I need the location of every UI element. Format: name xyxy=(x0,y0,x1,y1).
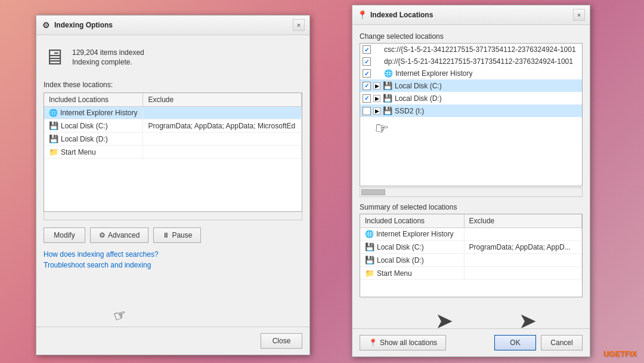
table-row[interactable]: 🌐 Internet Explorer History xyxy=(360,228,582,241)
table-cell-name: 🌐 Internet Explorer History xyxy=(44,107,143,119)
table-cell-exclude: ProgramData; AppData; AppData; Microsoft… xyxy=(143,119,302,133)
tree-item-text: dp://{S-1-5-21-3412217515-3717354112-237… xyxy=(384,57,573,66)
table-row[interactable]: 💾 Local Disk (D:) xyxy=(44,133,302,146)
col-included-header: Included Locations xyxy=(44,93,143,107)
table-horizontal-scrollbar[interactable] xyxy=(44,212,302,220)
summary-cell-exclude: ProgramData; AppData; AppD... xyxy=(464,241,581,254)
locations-tree[interactable]: ✓ csc://{S-1-5-21-3412217515-3717354112-… xyxy=(360,43,583,186)
items-indexed-count: 129,204 items indexed xyxy=(72,48,144,57)
tree-row[interactable]: ✓ 🌐 Internet Explorer History xyxy=(360,67,582,79)
watermark-prefix: U xyxy=(603,349,609,358)
indexed-title-bar: 📍 Indexed Locations × xyxy=(352,5,590,25)
links-area: How does indexing affect searches? Troub… xyxy=(44,250,302,269)
indexing-button-row: Modify ⚙ Advanced ⏸ Pause xyxy=(44,227,302,243)
indexed-locations-dialog: 📍 Indexed Locations × Change selected lo… xyxy=(352,5,590,357)
indexing-close-button[interactable]: × xyxy=(293,19,305,31)
table-cell-exclude xyxy=(143,107,302,119)
summary-cell-exclude xyxy=(464,267,581,280)
summary-table: Included Locations Exclude 🌐 Internet Ex… xyxy=(360,214,583,297)
indexed-dialog-footer: 📍 Show all locations OK Cancel xyxy=(352,328,590,356)
modify-button[interactable]: Modify xyxy=(44,227,85,243)
table-cell-exclude xyxy=(143,146,302,159)
pause-icon: ⏸ xyxy=(162,231,169,239)
summary-cell-exclude xyxy=(464,228,581,241)
watermark-suffix: FIX xyxy=(625,349,637,358)
show-all-icon: 📍 xyxy=(369,339,377,347)
pause-button[interactable]: ⏸ Pause xyxy=(153,227,201,243)
scrollbar-thumb[interactable] xyxy=(361,189,385,195)
tree-expand[interactable]: ▶ xyxy=(373,95,380,102)
watermark-colored: GET xyxy=(609,349,625,358)
tree-row[interactable]: ✓ ▶ 💾 Local Disk (D:) xyxy=(360,92,582,104)
how-does-link[interactable]: How does indexing affect searches? xyxy=(44,250,302,259)
col-exclude-header: Exclude xyxy=(143,93,302,107)
indexing-title-icon: ⚙ xyxy=(41,20,51,30)
summary-cell-name: 🌐 Internet Explorer History xyxy=(360,228,464,241)
indexing-dialog-body: 🖥 129,204 items indexed Indexing complet… xyxy=(36,35,309,276)
summary-col-exclude: Exclude xyxy=(464,214,581,228)
tree-checkbox[interactable] xyxy=(363,107,371,115)
cursor-hand-modify: ☞ xyxy=(112,306,129,325)
tree-item-text: Internet Explorer History xyxy=(395,69,472,78)
indexed-close-button[interactable]: × xyxy=(573,9,585,21)
advanced-button[interactable]: ⚙ Advanced xyxy=(90,227,148,243)
table-row[interactable]: 📁 Start Menu xyxy=(44,146,302,159)
indexed-title-text: Indexed Locations xyxy=(370,11,433,19)
tree-item-text: csc://{S-1-5-21-3412217515-3717354112-23… xyxy=(384,45,576,54)
table-row[interactable]: 💾 Local Disk (C:) ProgramData; AppData; … xyxy=(360,241,582,254)
summary-col-included: Included Locations xyxy=(360,214,464,228)
watermark: UGETFIX xyxy=(603,349,637,358)
tree-row[interactable]: ✓ csc://{S-1-5-21-3412217515-3717354112-… xyxy=(360,44,582,56)
table-row[interactable]: 💾 Local Disk (D:) xyxy=(360,254,582,267)
indexing-dialog-footer: Close xyxy=(36,327,309,355)
advanced-icon: ⚙ xyxy=(99,231,106,239)
tree-item-text: SSD2 (I:) xyxy=(395,107,424,115)
ok-button[interactable]: OK xyxy=(494,335,536,350)
index-section-label: Index these locations: xyxy=(44,81,302,89)
tree-item-text: Local Disk (C:) xyxy=(395,82,442,90)
tree-checkbox[interactable]: ✓ xyxy=(363,45,371,54)
indexing-title-text: Indexing Options xyxy=(54,21,113,29)
tree-checkbox[interactable]: ✓ xyxy=(363,82,371,90)
tree-checkbox[interactable]: ✓ xyxy=(363,94,371,103)
summary-cell-name: 📁 Start Menu xyxy=(360,267,464,280)
summary-cell-exclude xyxy=(464,254,581,267)
tree-row[interactable]: ✓ dp://{S-1-5-21-3412217515-3717354112-2… xyxy=(360,56,582,67)
indexed-title-icon: 📍 xyxy=(357,10,367,20)
summary-label: Summary of selected locations xyxy=(360,203,583,211)
tree-expand[interactable]: ▶ xyxy=(373,107,380,115)
indexing-status-text: Indexing complete. xyxy=(72,58,144,66)
indexed-dialog-body: Change selected locations ✓ csc://{S-1-5… xyxy=(352,25,590,304)
table-cell-exclude xyxy=(143,133,302,146)
change-locations-label: Change selected locations xyxy=(360,32,583,41)
index-header: 🖥 129,204 items indexed Indexing complet… xyxy=(44,42,302,72)
summary-cell-name: 💾 Local Disk (D:) xyxy=(360,254,464,267)
tree-row[interactable]: ▶ 💾 SSD2 (I:) xyxy=(360,104,582,117)
show-all-locations-button[interactable]: 📍 Show all locations xyxy=(360,335,446,350)
tree-expand[interactable]: ▶ xyxy=(373,82,380,90)
cancel-button[interactable]: Cancel xyxy=(541,335,583,350)
table-row[interactable]: 💾 Local Disk (C:) ProgramData; AppData; … xyxy=(44,119,302,133)
tree-row[interactable]: ✓ ▶ 💾 Local Disk (C:) xyxy=(360,79,582,92)
tree-checkbox[interactable]: ✓ xyxy=(363,69,371,78)
indexing-options-dialog: ⚙ Indexing Options × 🖥 129,204 items ind… xyxy=(36,15,310,355)
table-row[interactable]: 📁 Start Menu xyxy=(360,267,582,280)
table-cell-name: 📁 Start Menu xyxy=(44,146,143,159)
tree-horizontal-scrollbar[interactable] xyxy=(360,187,583,197)
tree-item-text: Local Disk (D:) xyxy=(395,94,442,103)
table-cell-name: 💾 Local Disk (C:) xyxy=(44,119,143,133)
table-row[interactable]: 🌐 Internet Explorer History xyxy=(44,107,302,119)
locations-table: Included Locations Exclude 🌐 Internet Ex… xyxy=(44,93,302,212)
table-cell-name: 💾 Local Disk (D:) xyxy=(44,133,143,146)
troubleshoot-link[interactable]: Troubleshoot search and indexing xyxy=(44,261,302,269)
summary-section: Summary of selected locations Included L… xyxy=(360,203,583,297)
close-button[interactable]: Close xyxy=(261,333,302,349)
indexing-title-bar: ⚙ Indexing Options × xyxy=(36,16,309,35)
summary-cell-name: 💾 Local Disk (C:) xyxy=(360,241,464,254)
index-computer-icon: 🖥 xyxy=(44,45,65,70)
tree-checkbox[interactable]: ✓ xyxy=(363,57,371,66)
